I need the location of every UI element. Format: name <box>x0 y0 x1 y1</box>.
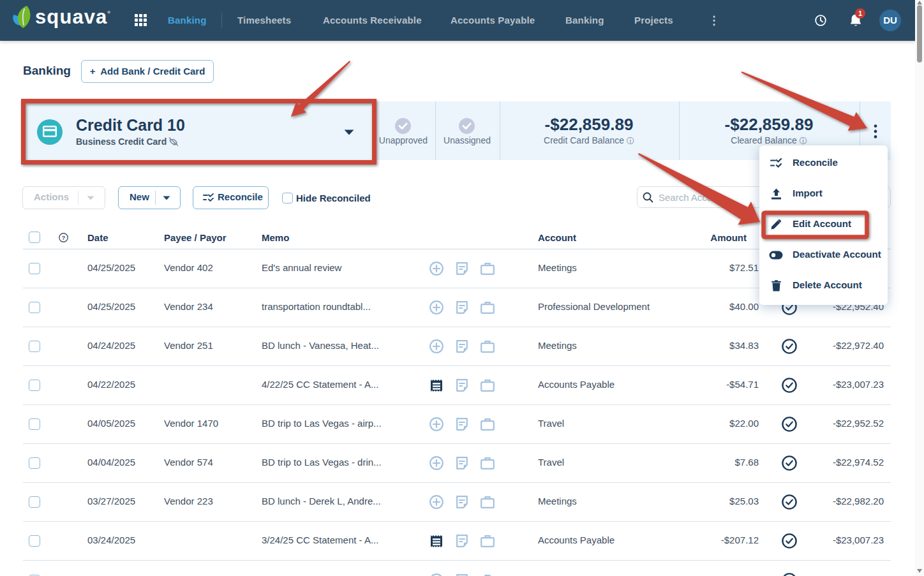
svg-text:?: ? <box>62 234 66 241</box>
